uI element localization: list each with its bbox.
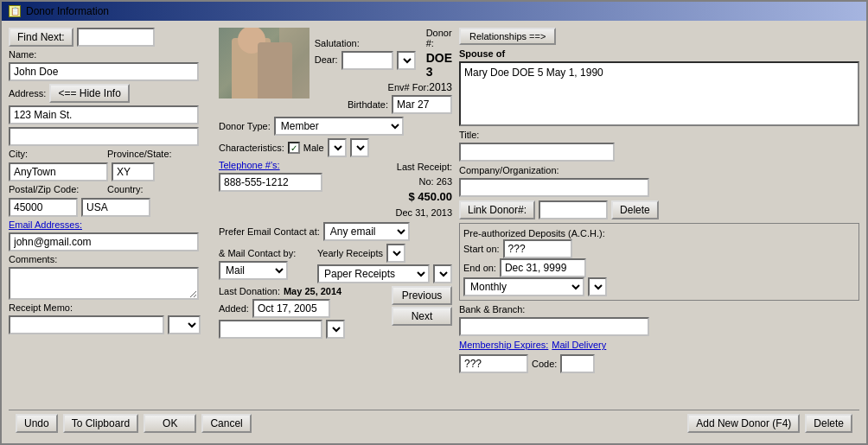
paper-receipts-arrow[interactable]: ▼ xyxy=(433,264,452,283)
characteristics-select2[interactable]: ▼ xyxy=(350,138,369,157)
country-input[interactable] xyxy=(81,198,150,217)
right-column: Relationships ==> Spouse of Mary Doe DOE… xyxy=(459,28,859,406)
email-input[interactable] xyxy=(9,232,199,251)
province-label: Province/State: xyxy=(107,149,172,159)
title-label: Title: xyxy=(459,130,859,140)
start-input[interactable] xyxy=(503,239,572,258)
bank-input[interactable] xyxy=(459,317,649,336)
bank-section: Bank & Branch: xyxy=(459,304,859,336)
last-donation-value: May 25, 2014 xyxy=(284,286,341,296)
male-checkbox[interactable]: ✓ xyxy=(288,142,300,154)
find-next-input[interactable] xyxy=(77,28,155,47)
middle-column: Salutation: Dear: ▼ Donor #: DOE 3 xyxy=(219,28,452,406)
city-input[interactable] xyxy=(9,162,108,181)
last-receipt-label: Last Receipt: xyxy=(397,160,452,175)
to-clipboard-button[interactable]: To Clipboard xyxy=(63,414,138,433)
birthdate-input[interactable] xyxy=(392,95,452,114)
donor-num-label: Donor #: xyxy=(426,28,452,48)
spouse-value: Mary Doe DOE 5 May 1, 1990 xyxy=(464,67,603,79)
add-new-donor-button[interactable]: Add New Donor (F4) xyxy=(687,414,800,433)
salutation-label: Salutation: xyxy=(315,38,416,48)
env-value: 2013 xyxy=(429,81,452,93)
previous-button[interactable]: Previous xyxy=(392,286,452,305)
receipt-memo-select[interactable] xyxy=(168,315,201,334)
spouse-title: Spouse of xyxy=(459,48,859,59)
salut-donor-row: Salutation: Dear: ▼ Donor #: DOE 3 xyxy=(315,28,452,79)
receipt-memo-input[interactable] xyxy=(9,315,164,334)
postal-label: Postal/Zip Code: xyxy=(9,184,104,194)
company-input[interactable] xyxy=(459,178,649,197)
donor-type-row: Donor Type: Member Individual Organizati… xyxy=(219,117,452,136)
link-donor-button[interactable]: Link Donor#: xyxy=(459,200,535,219)
mid-top-row: Salutation: Dear: ▼ Donor #: DOE 3 xyxy=(219,28,452,114)
address-line2-input[interactable] xyxy=(9,127,199,146)
membership-label[interactable]: Membership Expires: xyxy=(459,340,548,350)
last-donation-col: Last Donation: May 25, 2014 Added: ▼ xyxy=(219,286,345,339)
added-input[interactable] xyxy=(252,299,330,318)
address-row: Address: <== Hide Info xyxy=(9,84,212,103)
country-label: Country: xyxy=(107,184,144,194)
yearly-receipts-select[interactable]: Paper Receipts Email Receipts No Receipt… xyxy=(317,264,430,283)
salutation-select[interactable]: ▼ xyxy=(397,51,416,70)
mail-contact-select[interactable]: Mail Email Phone xyxy=(219,261,288,280)
added-select[interactable]: ▼ xyxy=(326,320,345,339)
yearly-receipts-col: Yearly Receipts ▼ Paper Receipts Email R… xyxy=(317,244,452,283)
mail-contact-label: & Mail Contact by: xyxy=(219,248,296,258)
email-section: Email Addresses: xyxy=(9,219,212,251)
address-line1-input[interactable] xyxy=(9,105,199,124)
pre-auth-label: Pre-authorized Deposits (A.C.H.): xyxy=(463,228,605,238)
mail-contact-col: & Mail Contact by: Mail Email Phone xyxy=(219,248,296,280)
relationships-row: Relationships ==> xyxy=(459,28,859,45)
photo-figure2 xyxy=(258,42,292,99)
city-label: City: xyxy=(9,149,104,159)
birthdate-row: Birthdate: xyxy=(315,95,452,114)
added-label: Added: xyxy=(219,303,249,314)
main-content: Find Next: Name: Address: <== Hide Info xyxy=(2,21,866,443)
end-label: End on: xyxy=(463,263,496,273)
next-button[interactable]: Next xyxy=(392,307,452,326)
code-input[interactable] xyxy=(560,354,595,373)
name-section: Name: xyxy=(9,49,212,81)
last-receipt-date: Dec 31, 2013 xyxy=(396,206,452,220)
ok-button[interactable]: OK xyxy=(144,414,196,433)
membership-input[interactable] xyxy=(459,354,528,373)
telephone-input[interactable] xyxy=(219,173,322,192)
cancel-button[interactable]: Cancel xyxy=(201,414,251,433)
link-donor-input[interactable] xyxy=(539,200,608,219)
frequency-select[interactable]: Monthly Yearly Weekly xyxy=(463,277,584,296)
find-next-button[interactable]: Find Next: xyxy=(9,28,73,47)
dear-input[interactable] xyxy=(341,51,393,70)
email-label[interactable]: Email Addresses: xyxy=(9,219,212,230)
phone-receipt-row: Telephone #'s: Last Receipt: No: 263 $ 4… xyxy=(219,160,452,219)
added-extra-input[interactable] xyxy=(219,320,322,339)
postal-input[interactable] xyxy=(9,198,78,217)
province-input[interactable] xyxy=(112,162,155,181)
title-input[interactable] xyxy=(459,143,615,162)
added-select-row: ▼ xyxy=(219,320,345,339)
window-icon: 📋 xyxy=(9,5,21,17)
comments-textarea[interactable] xyxy=(9,267,199,300)
prefer-email-select[interactable]: Any email Home email Work email xyxy=(323,222,410,241)
hide-info-button[interactable]: <== Hide Info xyxy=(49,84,129,103)
salut-donor-block: Salutation: Dear: ▼ Donor #: DOE 3 xyxy=(315,28,452,114)
find-next-row: Find Next: xyxy=(9,28,212,47)
last-receipt-block: Last Receipt: No: 263 $ 450.00 Dec 31, 2… xyxy=(396,160,452,219)
last-receipt-no: No: 263 xyxy=(418,175,452,189)
characteristics-select[interactable]: ▲ xyxy=(328,138,347,157)
donor-photo xyxy=(219,28,310,99)
donor-type-select[interactable]: Member Individual Organization xyxy=(274,117,404,136)
name-input[interactable] xyxy=(9,62,199,81)
relationships-button[interactable]: Relationships ==> xyxy=(459,28,556,45)
end-input[interactable] xyxy=(500,258,586,277)
telephone-label[interactable]: Telephone #'s: xyxy=(219,160,322,170)
spouse-box: Mary Doe DOE 5 May 1, 1990 xyxy=(459,61,859,126)
mail-delivery-label[interactable]: Mail Delivery xyxy=(552,340,606,350)
frequency-arrow[interactable]: ▼ xyxy=(588,277,607,296)
yearly-receipts-arrow[interactable]: ▼ xyxy=(386,244,405,263)
delete-link-button[interactable]: Delete xyxy=(611,200,659,219)
link-donor-row: Link Donor#: Delete xyxy=(459,200,859,219)
photo-background xyxy=(219,28,310,99)
delete-bottom-button[interactable]: Delete xyxy=(805,414,852,433)
window-title: Donor Information xyxy=(26,5,109,17)
undo-button[interactable]: Undo xyxy=(16,414,58,433)
